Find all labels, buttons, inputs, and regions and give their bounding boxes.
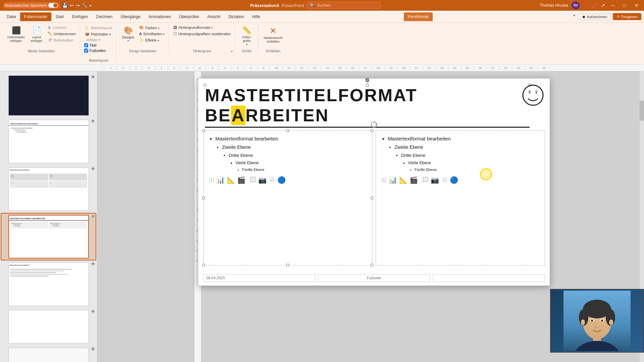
share-icon[interactable]: ↗ (601, 3, 605, 8)
slide-thumb-4[interactable]: ✕ MASTERTITELFORMAT BEARBEITEN • Mastert… (1, 214, 96, 260)
tab-uebergaenge[interactable]: Übergänge (116, 12, 144, 21)
umbenennen-button[interactable]: ✏️ Umbenennen (46, 31, 77, 37)
media-icon[interactable]: 🎬 (237, 176, 246, 184)
foliengroesse-button[interactable]: 📏 Folien-größe ▾ (238, 25, 255, 47)
slide-thumb-2[interactable]: ✕ Mastertitelformat bearbeiten • Mastert… (1, 118, 96, 165)
undo-icon[interactable]: ↩ (70, 3, 74, 8)
handle-tm-left[interactable] (286, 129, 289, 132)
slide-thumb-1[interactable]: ✕ (1, 74, 96, 117)
slide-thumb-7[interactable]: ✕ (1, 346, 96, 362)
tab-zeichnen[interactable]: Zeichnen (92, 12, 116, 21)
designs-button[interactable]: 🎨 Designs ▾ (120, 25, 137, 44)
tab-hilfe[interactable]: Hilfe (248, 12, 264, 21)
smartart-icon[interactable]: 📐 (227, 176, 235, 184)
quick-access-icon[interactable]: 🔧 (82, 3, 88, 8)
screen-icon-r[interactable]: 🖥 (441, 176, 448, 184)
slide-thumb-close-1[interactable]: ✕ (91, 75, 95, 79)
handle-mr-left[interactable] (371, 197, 373, 199)
collapse-ribbon-icon[interactable]: ⌃ (572, 14, 576, 19)
chart-icon-r[interactable]: 📊 (389, 176, 397, 184)
farben-button[interactable]: 🎨 Farben ▾ (138, 25, 166, 31)
slide-thumb-close-7[interactable]: ✕ (91, 347, 95, 351)
slides-panel[interactable]: ✕ ✕ Mastertitelformat bearbeiten • Maste… (0, 71, 97, 362)
app-icon[interactable]: 🔵 (277, 176, 286, 184)
slide-thumb-close-2[interactable]: ✕ (91, 119, 95, 123)
tab-einfuegen[interactable]: Einfügen (68, 12, 92, 21)
tab-folienmaster[interactable]: Folienmaster (20, 12, 51, 21)
autosave-switch[interactable] (48, 3, 58, 8)
aufzeichnen-button[interactable]: ⏺ Aufzeichnen (578, 13, 611, 20)
slide-thumb-close-4[interactable]: ✕ (91, 214, 95, 218)
scrollbar-thumb[interactable] (640, 101, 644, 121)
help-icon[interactable]: ❓ (583, 3, 589, 8)
redo-icon[interactable]: ↪ (76, 3, 80, 8)
masterlayout-button[interactable]: 📐 Masterlayout (84, 25, 113, 31)
layout-einfuegen-button[interactable]: 📄 Layouteinfügen (28, 25, 45, 44)
app-icon-r[interactable]: 🔵 (450, 176, 458, 184)
tab-datei[interactable]: Datei (3, 12, 20, 21)
handle-br-left[interactable] (371, 264, 373, 266)
handle-bl-left[interactable] (202, 264, 205, 266)
freigeben-button[interactable]: ↗ Freigeben (613, 13, 641, 20)
tab-animationen[interactable]: Animationen (145, 12, 175, 21)
media-icon-r[interactable]: 🎬 (410, 176, 418, 184)
content-box-left[interactable]: Mastertextformat bearbeiten Zweite Ebene… (203, 130, 372, 265)
content-box-right[interactable]: Mastertextformat bearbeiten Zweite Ebene… (376, 130, 545, 265)
slide-canvas[interactable]: ↻ MASTERTITELFORMAT BEARBEITEN (198, 78, 550, 286)
photo-icon[interactable]: 📷 (258, 176, 267, 184)
tab-ueberpruefen[interactable]: Überprüfen (175, 12, 203, 21)
fusszeilen-checkbox-row[interactable]: Fußzeilen (84, 48, 113, 53)
picture-icon-r[interactable]: 🖼 (422, 176, 429, 184)
slide-title[interactable]: MASTERTITELFORMAT BEARBEITEN (205, 85, 530, 128)
titel-checkbox[interactable] (84, 43, 88, 47)
slide-thumb-5[interactable]: ✕ Masterformat bearbeiten (1, 261, 96, 307)
chart-icon[interactable]: 📊 (216, 176, 225, 184)
titel-checkbox-row[interactable]: Titel (84, 43, 113, 48)
screen-icon[interactable]: 🖥 (269, 176, 275, 184)
handle-tr-left[interactable] (371, 129, 373, 132)
hintergrund-expand-icon[interactable]: ⌄ (230, 48, 233, 53)
footer-text[interactable]: Fußzeile (318, 274, 430, 282)
close-button[interactable]: ✕ (632, 1, 641, 9)
content-area[interactable]: Mastertextformat bearbeiten Zweite Ebene… (203, 130, 545, 265)
ribbon-pin-icon[interactable]: 📌 (592, 3, 598, 8)
tab-dictation[interactable]: Dictation (224, 12, 248, 21)
handle-top-mid[interactable] (366, 84, 369, 86)
handle-ml-left[interactable] (202, 197, 205, 199)
footer-date[interactable]: 09.04.2023 (203, 274, 315, 282)
save-icon[interactable]: 💾 (62, 3, 68, 8)
fusszeilen-checkbox[interactable] (84, 49, 88, 53)
table-icon[interactable]: ⊞ (209, 176, 214, 184)
maximize-button[interactable]: □ (621, 1, 629, 9)
loeschen-button[interactable]: 🗑 Löschen (46, 25, 77, 30)
search-box[interactable]: 🔍 (307, 2, 381, 9)
hintergrundgrafiken-button[interactable]: ☐ Hintergrundgrafiken ausblenden (172, 31, 232, 37)
slide-thumb-close-5[interactable]: ✕ (91, 262, 95, 266)
beibehalten-button[interactable]: 📌 Beibehalten (46, 37, 77, 43)
schriftarten-button[interactable]: A Schriftarten ▾ (138, 31, 166, 37)
picture-icon[interactable]: 🖼 (250, 176, 256, 184)
photo-icon-r[interactable]: 📷 (431, 176, 439, 184)
slide-thumb-close-3[interactable]: ✕ (91, 167, 95, 171)
autosave-toggle[interactable]: Automatisches Speichern (3, 2, 60, 9)
tab-formformat[interactable]: Formformat (404, 12, 433, 21)
minimize-button[interactable]: ─ (608, 1, 617, 9)
handle-tl-left[interactable] (202, 129, 205, 132)
platzhalter-einfuegen-button[interactable]: 📦 Platzhalter ▾ (84, 31, 113, 37)
handle-top-left[interactable] (204, 84, 206, 86)
handle-bm-left[interactable] (286, 264, 289, 266)
footer-page[interactable] (433, 274, 545, 282)
tab-start[interactable]: Start (51, 12, 68, 21)
effekte-button[interactable]: ✨ Effekte ▾ (138, 37, 166, 43)
slide-thumb-close-6[interactable]: ✕ (91, 309, 95, 313)
tab-ansicht[interactable]: Ansicht (203, 12, 224, 21)
smartart-icon-r[interactable]: 📐 (399, 176, 408, 184)
search-input[interactable] (317, 3, 371, 8)
masteransicht-schliessen-button[interactable]: ✕ Masteransichtschließen (262, 25, 284, 45)
slide-title-area[interactable]: ↻ MASTERTITELFORMAT BEARBEITEN (205, 85, 530, 119)
content-rotation-anchor[interactable] (371, 121, 377, 129)
slide-thumb-6[interactable]: ✕ (1, 309, 96, 345)
hintergrundformate-button[interactable]: 🖼 Hintergrundformate ▾ (172, 25, 232, 30)
folienmaster-einfuegen-button[interactable]: ⬛ Folienmastereinfügen (5, 25, 27, 44)
dropdown-arrow-icon[interactable]: ▾ (90, 4, 91, 7)
